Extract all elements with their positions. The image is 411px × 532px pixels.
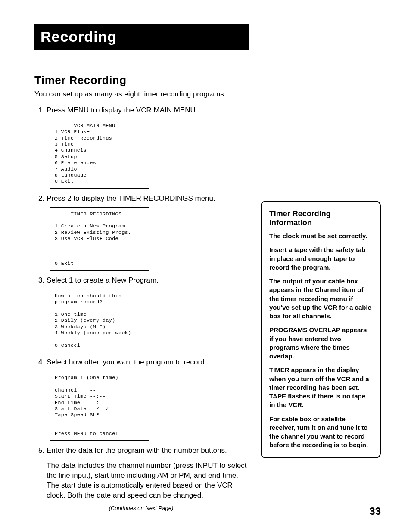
step-text: Select 1 to create a New Program. [47, 276, 159, 284]
step-item: Press 2 to display the TIMER RECORDINGS … [47, 194, 248, 271]
info-box-para: Insert a tape with the safety tab in pla… [269, 246, 372, 272]
step-text: Enter the data for the program with the … [47, 446, 227, 454]
screen-timer-recordings: TIMER RECORDINGS 1 Create a New Program … [50, 207, 149, 271]
info-box-title: Timer Recording Information [269, 209, 372, 227]
info-box: Timer Recording Information The clock mu… [261, 201, 381, 458]
chapter-title-bar: Recording [34, 24, 249, 50]
step-item: Enter the data for the program with the … [47, 446, 248, 501]
step-paragraph: The data includes the channel number (pr… [47, 461, 248, 501]
screen-vcr-main-menu: VCR MAIN MENU 1 VCR Plus+ 2 Timer Record… [50, 119, 149, 189]
section-title: Timer Recording [34, 74, 248, 87]
info-box-para: The clock must be set correctly. [269, 232, 372, 240]
info-box-para: TIMER appears in the display when you tu… [269, 366, 372, 409]
info-box-para: The output of your cable box appears in … [269, 277, 372, 320]
step-text: Select how often you want the program to… [47, 358, 206, 366]
screen-program-details: Program 1 (One time) Channel -- Start Ti… [50, 371, 149, 441]
step-item: Press MENU to display the VCR MAIN MENU.… [47, 106, 248, 189]
info-box-para: PROGRAMS OVERLAP appears if you have ent… [269, 326, 372, 361]
page-number: 33 [369, 505, 381, 517]
step-text: Press 2 to display the TIMER RECORDINGS … [47, 194, 215, 202]
chapter-title: Recording [40, 28, 243, 45]
step-item: Select how often you want the program to… [47, 358, 248, 441]
step-item: Select 1 to create a New Program. How of… [47, 276, 248, 352]
intro-text: You can set up as many as eight timer re… [34, 90, 248, 100]
info-box-para: For cable box or satellite receiver, tur… [269, 415, 372, 450]
screen-how-often: How often should this program record? 1 … [50, 289, 149, 352]
continues-note: (Continues on Next Page) [34, 505, 248, 511]
step-text: Press MENU to display the VCR MAIN MENU. [47, 106, 197, 114]
steps-list: Press MENU to display the VCR MAIN MENU.… [34, 106, 248, 501]
